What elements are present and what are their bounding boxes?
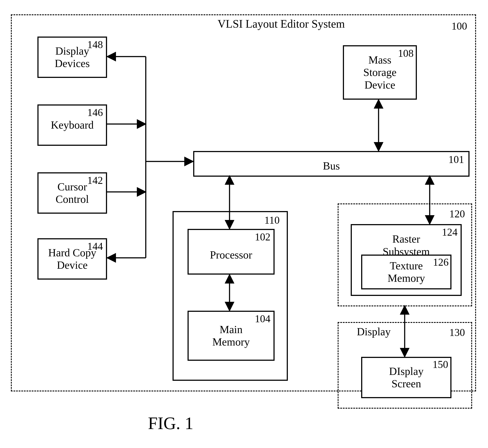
hard-copy-ref: 144 — [87, 240, 103, 252]
bus-box: Bus 101 — [193, 151, 470, 177]
mass-storage-l2: Storage — [363, 66, 397, 79]
hard-copy-label2: Device — [57, 259, 88, 272]
display-box-ref: 130 — [449, 326, 465, 338]
proc-subsystem-ref: 110 — [264, 214, 280, 226]
system-title: VLSI Layout Editor System — [217, 17, 345, 30]
hard-copy-box: 144 Hard Copy Device — [37, 238, 107, 280]
texture-l1: Texture — [390, 260, 423, 272]
texture-memory-box: 126 Texture Memory — [361, 255, 451, 289]
main-memory-ref: 104 — [255, 313, 271, 325]
mass-storage-ref: 108 — [398, 47, 414, 59]
display-box-label: Display — [357, 326, 391, 338]
display-devices-label2: Devices — [55, 57, 90, 70]
keyboard-label: Keyboard — [51, 119, 94, 131]
processor-label: Processor — [210, 249, 252, 261]
figure-caption: FIG. 1 — [148, 413, 193, 433]
main-memory-l2: Memory — [212, 336, 250, 348]
main-memory-l1: Main — [220, 323, 243, 336]
display-screen-l1: DIsplay — [389, 365, 423, 378]
keyboard-ref: 146 — [87, 106, 103, 118]
system-ref: 100 — [451, 20, 467, 32]
raster-subsystem-ref: 120 — [449, 208, 465, 220]
mass-storage-l3: Device — [364, 79, 395, 91]
texture-ref: 126 — [433, 256, 449, 268]
display-screen-ref: 150 — [432, 358, 448, 370]
texture-l2: Memory — [387, 272, 425, 285]
display-screen-l2: Screen — [392, 377, 421, 390]
keyboard-box: 146 Keyboard — [37, 104, 107, 146]
display-devices-ref: 148 — [87, 39, 103, 50]
display-devices-label1: Display — [55, 45, 89, 57]
bus-label: Bus — [323, 160, 340, 172]
raster-ref: 124 — [442, 226, 457, 238]
bus-ref: 101 — [448, 153, 464, 165]
cursor-control-ref: 142 — [87, 174, 103, 186]
display-devices-box: 148 Display Devices — [37, 37, 107, 78]
cursor-control-box: 142 Cursor Control — [37, 172, 107, 214]
main-memory-box: 104 Main Memory — [188, 311, 275, 361]
mass-storage-l1: Mass — [368, 54, 392, 66]
processor-ref: 102 — [255, 231, 271, 243]
mass-storage-box: 108 Mass Storage Device — [343, 45, 417, 100]
cursor-control-label2: Control — [56, 193, 89, 206]
processor-box: 102 Processor — [188, 229, 275, 275]
display-screen-box: 150 DIsplay Screen — [361, 357, 451, 398]
cursor-control-label1: Cursor — [57, 181, 87, 193]
raster-l1: Raster — [392, 233, 420, 245]
